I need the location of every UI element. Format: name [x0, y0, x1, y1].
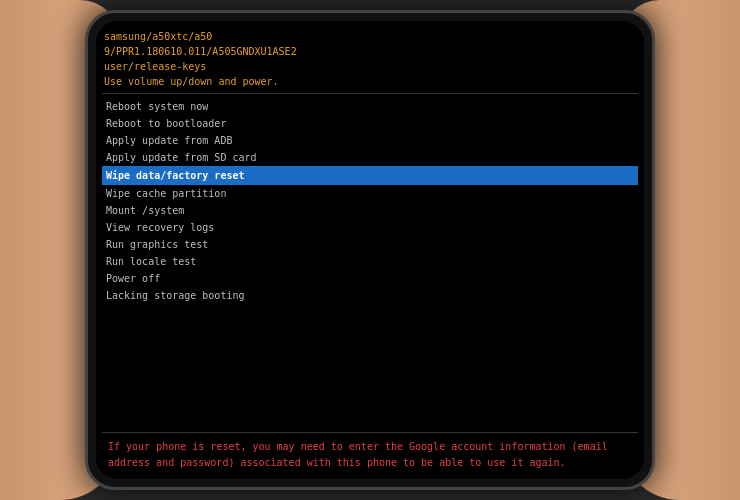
menu-item[interactable]: Reboot to bootloader — [102, 115, 638, 132]
menu-item[interactable]: Reboot system now — [102, 98, 638, 115]
volume-up-button — [85, 93, 87, 118]
scene: samsung/a50xtc/a50 9/PPR1.180610.011/A50… — [0, 0, 740, 500]
menu-item[interactable]: Apply update from ADB — [102, 132, 638, 149]
menu-item[interactable]: Wipe cache partition — [102, 185, 638, 202]
volume-down-button — [85, 128, 87, 153]
menu-item[interactable]: Power off — [102, 270, 638, 287]
phone: samsung/a50xtc/a50 9/PPR1.180610.011/A50… — [85, 10, 655, 490]
menu-item[interactable]: View recovery logs — [102, 219, 638, 236]
header-line-1: samsung/a50xtc/a50 — [102, 29, 638, 44]
menu-section: Reboot system nowReboot to bootloaderApp… — [102, 98, 638, 428]
screen: samsung/a50xtc/a50 9/PPR1.180610.011/A50… — [96, 21, 644, 479]
header-line-3: user/release-keys — [102, 59, 638, 74]
menu-item[interactable]: Apply update from SD card — [102, 149, 638, 166]
menu-item[interactable]: Run graphics test — [102, 236, 638, 253]
header-section: samsung/a50xtc/a50 9/PPR1.180610.011/A50… — [102, 29, 638, 94]
warning-section: If your phone is reset, you may need to … — [102, 432, 638, 471]
header-line-2: 9/PPR1.180610.011/A505GNDXU1ASE2 — [102, 44, 638, 59]
header-line-4: Use volume up/down and power. — [102, 74, 638, 89]
power-button — [653, 93, 655, 133]
menu-item[interactable]: Lacking storage booting — [102, 287, 638, 304]
menu-item[interactable]: Run locale test — [102, 253, 638, 270]
menu-item[interactable]: Mount /system — [102, 202, 638, 219]
menu-item[interactable]: Wipe data/factory reset — [102, 166, 638, 185]
warning-text: If your phone is reset, you may need to … — [102, 439, 638, 471]
phone-inner: samsung/a50xtc/a50 9/PPR1.180610.011/A50… — [96, 21, 644, 479]
